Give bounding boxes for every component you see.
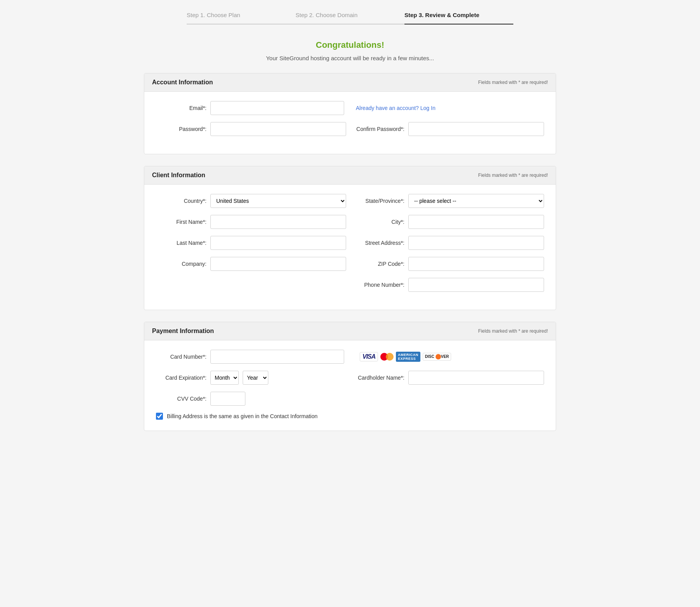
- password-row: Password*: Confirm Password*:: [156, 122, 544, 136]
- cvv-label: CVV Code*:: [156, 396, 206, 402]
- phone-label: Phone Number*:: [354, 282, 404, 288]
- email-row: Email*: Already have an account? Log In: [156, 101, 544, 115]
- login-link[interactable]: Already have an account? Log In: [356, 105, 436, 111]
- steps-bar: Step 1. Choose Plan Step 2. Choose Domai…: [144, 12, 556, 24]
- payment-info-header: Payment Information Fields marked with *…: [144, 322, 556, 340]
- cvv-input[interactable]: [210, 392, 245, 406]
- cvv-col: CVV Code*:: [156, 392, 544, 406]
- email-col: Email*:: [156, 101, 344, 115]
- city-input[interactable]: [408, 215, 544, 229]
- city-col: City*:: [354, 215, 544, 229]
- card-expiration-label: Card Expiration*:: [156, 375, 206, 381]
- email-input[interactable]: [210, 101, 344, 115]
- step-choose-domain-label: Step 2. Choose Domain: [296, 12, 357, 21]
- password-input[interactable]: [210, 122, 346, 136]
- zip-col: ZIP Code*:: [354, 257, 544, 271]
- state-label: State/Province*:: [354, 198, 404, 204]
- email-label: Email*:: [156, 105, 206, 111]
- last-name-label: Last Name*:: [156, 240, 206, 246]
- password-label: Password*:: [156, 126, 206, 132]
- card-number-label: Card Number*:: [156, 354, 206, 360]
- password-col: Password*:: [156, 122, 346, 136]
- account-info-body: Email*: Already have an account? Log In …: [144, 92, 556, 154]
- zip-input[interactable]: [408, 257, 544, 271]
- year-select[interactable]: Year 202420252026 2027202820292030: [243, 371, 268, 385]
- cardholder-label: Cardholder Name*:: [354, 375, 404, 381]
- card-number-col: Card Number*:: [156, 350, 344, 364]
- cvv-row: CVV Code*:: [156, 392, 544, 406]
- client-info-note: Fields marked with * are required!: [478, 173, 548, 178]
- account-info-section: Account Information Fields marked with *…: [144, 73, 556, 154]
- account-info-title: Account Information: [152, 79, 213, 86]
- company-col: Company:: [156, 257, 346, 271]
- first-name-input[interactable]: [210, 215, 346, 229]
- company-input[interactable]: [210, 257, 346, 271]
- payment-info-note: Fields marked with * are required!: [478, 328, 548, 334]
- street-col: Street Address*:: [354, 236, 544, 250]
- billing-checkbox-label: Billing Address is the same as given in …: [167, 413, 318, 419]
- step-review-complete-label: Step 3. Review & Complete: [404, 12, 480, 21]
- expiration-col: Card Expiration*: Month 010203 040506 07…: [156, 371, 346, 385]
- login-link-wrapper: Already have an account? Log In: [352, 105, 544, 111]
- step-choose-domain[interactable]: Step 2. Choose Domain: [296, 12, 404, 24]
- mastercard-icon: [380, 352, 394, 361]
- account-info-header: Account Information Fields marked with *…: [144, 73, 556, 92]
- client-info-section: Client Information Fields marked with * …: [144, 166, 556, 310]
- card-number-input[interactable]: [210, 350, 344, 364]
- account-info-note: Fields marked with * are required!: [478, 80, 548, 85]
- card-icons-wrapper: VISA AMERICANEXPRESS DISCVER: [352, 352, 544, 362]
- step-review-complete[interactable]: Step 3. Review & Complete: [404, 12, 513, 24]
- country-col: Country*: United States Canada United Ki…: [156, 194, 346, 208]
- country-label: Country*:: [156, 198, 206, 204]
- amex-icon: AMERICANEXPRESS: [396, 352, 420, 362]
- billing-same-checkbox[interactable]: [156, 413, 163, 420]
- expiration-cardholder-row: Card Expiration*: Month 010203 040506 07…: [156, 371, 544, 385]
- firstname-col: First Name*:: [156, 215, 346, 229]
- client-info-body: Country*: United States Canada United Ki…: [144, 185, 556, 310]
- city-label: City*:: [354, 219, 404, 225]
- first-name-label: First Name*:: [156, 219, 206, 225]
- cardholder-input[interactable]: [408, 371, 544, 385]
- page-wrapper: Step 1. Choose Plan Step 2. Choose Domai…: [136, 0, 564, 466]
- discover-icon: DISCVER: [423, 353, 451, 361]
- phone-row: Phone Number*:: [156, 278, 544, 292]
- payment-info-section: Payment Information Fields marked with *…: [144, 322, 556, 431]
- state-col: State/Province*: -- please select -- Ala…: [354, 194, 544, 208]
- zip-label: ZIP Code*:: [354, 261, 404, 267]
- state-select[interactable]: -- please select -- Alabama Alaska Arizo…: [408, 194, 544, 208]
- card-icons: VISA AMERICANEXPRESS DISCVER: [360, 352, 451, 362]
- street-label: Street Address*:: [354, 240, 404, 246]
- cardholder-col: Cardholder Name*:: [354, 371, 544, 385]
- congrats-subtitle: Your SiteGround hosting account will be …: [144, 55, 556, 61]
- billing-checkbox-row: Billing Address is the same as given in …: [156, 413, 544, 420]
- phone-col: Phone Number*:: [354, 278, 544, 292]
- client-info-header: Client Information Fields marked with * …: [144, 166, 556, 185]
- step-choose-plan-label: Step 1. Choose Plan: [187, 12, 240, 21]
- card-number-row: Card Number*: VISA AMERICANEXPRESS DISCV…: [156, 350, 544, 364]
- confirm-password-label: Confirm Password*:: [354, 126, 404, 132]
- lastname-street-row: Last Name*: Street Address*:: [156, 236, 544, 250]
- lastname-col: Last Name*:: [156, 236, 346, 250]
- firstname-city-row: First Name*: City*:: [156, 215, 544, 229]
- street-input[interactable]: [408, 236, 544, 250]
- congrats-title: Congratulations!: [144, 40, 556, 50]
- discover-circle: [436, 354, 441, 359]
- country-select[interactable]: United States Canada United Kingdom Aust…: [210, 194, 346, 208]
- visa-icon: VISA: [360, 352, 378, 361]
- company-label: Company:: [156, 261, 206, 267]
- phone-input[interactable]: [408, 278, 544, 292]
- confirm-password-col: Confirm Password*:: [354, 122, 544, 136]
- client-info-title: Client Information: [152, 172, 205, 179]
- month-select[interactable]: Month 010203 040506 070809 101112: [210, 371, 239, 385]
- step-choose-plan[interactable]: Step 1. Choose Plan: [187, 12, 296, 24]
- last-name-input[interactable]: [210, 236, 346, 250]
- payment-info-body: Card Number*: VISA AMERICANEXPRESS DISCV…: [144, 340, 556, 431]
- confirm-password-input[interactable]: [408, 122, 544, 136]
- mc-circle-orange: [386, 353, 394, 361]
- company-zip-row: Company: ZIP Code*:: [156, 257, 544, 271]
- payment-info-title: Payment Information: [152, 328, 214, 335]
- country-state-row: Country*: United States Canada United Ki…: [156, 194, 544, 208]
